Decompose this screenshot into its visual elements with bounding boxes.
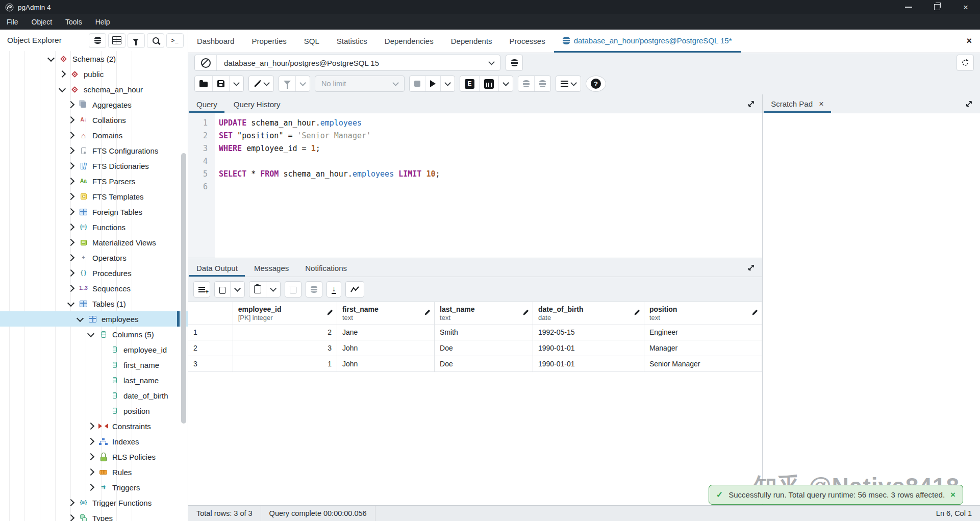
chevron-right-icon[interactable] [67, 285, 74, 292]
minimize-button[interactable] [894, 0, 923, 14]
tree-item-date-of-birth[interactable]: date_of_birth [0, 388, 188, 403]
tab-dependents[interactable]: Dependents [442, 30, 501, 53]
tree-item-fts-parsers[interactable]: AaFTS Parsers [0, 173, 188, 189]
close-window-button[interactable]: × [951, 0, 980, 14]
chevron-down-icon[interactable] [87, 330, 94, 337]
chevron-right-icon[interactable] [87, 468, 94, 476]
refresh-layout-button[interactable] [957, 55, 974, 71]
save-data-changes-button[interactable] [306, 282, 322, 297]
menu-file[interactable]: File [0, 14, 25, 30]
explain-analyze-button[interactable] [479, 76, 498, 91]
new-connection-button[interactable] [506, 55, 523, 71]
table-row[interactable]: 23JohnDoe1990-01-01Manager [188, 340, 762, 356]
chevron-right-icon[interactable] [67, 147, 74, 154]
tree-item-indexes[interactable]: Indexes [0, 434, 188, 449]
database-stack-icon[interactable] [89, 33, 106, 48]
chevron-right-icon[interactable] [87, 453, 94, 460]
delete-row-button[interactable] [285, 282, 301, 297]
chevron-right-icon[interactable] [67, 224, 74, 231]
column-header-date-of-birth[interactable]: date_of_birthdate [533, 302, 644, 325]
copy-options-chevron[interactable] [230, 282, 244, 297]
column-header-employee-id[interactable]: employee_id[PK] integer [233, 302, 337, 325]
terminal-icon[interactable]: >_ [166, 33, 184, 48]
tree-item-collations[interactable]: A↓Collations [0, 112, 188, 128]
table-row[interactable]: 12JaneSmith1992-05-15Engineer [188, 325, 762, 340]
tab-statistics[interactable]: Statistics [328, 30, 376, 53]
column-header-first-name[interactable]: first_nametext [337, 302, 434, 325]
open-file-button[interactable] [195, 76, 212, 91]
chevron-right-icon[interactable] [67, 208, 74, 215]
tab-data-output[interactable]: Data Output [189, 264, 245, 277]
paste-options-chevron[interactable] [266, 282, 280, 297]
tab-query-tool-database-an-hour-postgres-postgresql-15[interactable]: database_an_hour/postgres@PostgreSQL 15* [554, 30, 741, 53]
chevron-right-icon[interactable] [67, 116, 74, 123]
help-button[interactable]: ? [586, 76, 606, 91]
expand-editor-button[interactable] [740, 100, 762, 108]
graph-visualiser-button[interactable] [346, 282, 364, 297]
filter-options-chevron[interactable] [295, 76, 310, 91]
tree-item-tables-1[interactable]: Tables (1) [0, 296, 188, 311]
table-row[interactable]: 31JohnDoe1990-01-01Senior Manager [188, 356, 762, 372]
edit-column-icon[interactable] [751, 309, 758, 317]
tab-query-history[interactable]: Query History [227, 100, 288, 113]
chevron-right-icon[interactable] [87, 484, 94, 491]
explain-options-chevron[interactable] [498, 76, 513, 91]
chevron-right-icon[interactable] [67, 101, 74, 108]
chevron-right-icon[interactable] [87, 423, 94, 430]
paste-button[interactable] [249, 282, 266, 297]
sidebar-scrollbar[interactable] [181, 153, 186, 424]
tree-item-fts-templates[interactable]: FTS Templates [0, 189, 188, 204]
restore-button[interactable] [923, 0, 951, 14]
tree-item-fts-dictionaries[interactable]: FTS Dictionaries [0, 158, 188, 173]
macros-button[interactable] [556, 76, 581, 91]
expand-scratch-pad-button[interactable] [958, 100, 980, 108]
tree-item-constraints[interactable]: Constraints [0, 418, 188, 434]
column-header-last-name[interactable]: last_nametext [435, 302, 533, 325]
tab-properties[interactable]: Properties [243, 30, 295, 53]
tab-sql[interactable]: SQL [295, 30, 328, 53]
tab-messages[interactable]: Messages [247, 264, 296, 277]
tree-item-last-name[interactable]: last_name [0, 373, 188, 388]
connection-select[interactable]: database_an_hour/postgres@PostgreSQL 15 [194, 55, 500, 71]
tree-item-rls-policies[interactable]: RLS Policies [0, 449, 188, 464]
tree-item-operators[interactable]: +Operators [0, 250, 188, 265]
tab-query[interactable]: Query [189, 100, 224, 113]
column-header-position[interactable]: positiontext [644, 302, 762, 325]
chevron-down-icon[interactable] [67, 299, 74, 306]
tree-item-rules[interactable]: Rules [0, 464, 188, 480]
tree-item-sequences[interactable]: 1..3Sequences [0, 281, 188, 296]
tree-item-trigger-functions[interactable]: {≡}Trigger Functions [0, 495, 188, 510]
commit-button[interactable] [518, 76, 534, 91]
edit-column-icon[interactable] [326, 309, 333, 317]
chevron-down-icon[interactable] [59, 85, 66, 92]
download-results-button[interactable]: ↓ [327, 282, 341, 297]
chevron-right-icon[interactable] [67, 178, 74, 185]
save-options-chevron[interactable] [229, 76, 243, 91]
cancel-query-button[interactable] [410, 76, 425, 91]
chevron-right-icon[interactable] [67, 162, 74, 169]
menu-tools[interactable]: Tools [59, 14, 89, 30]
filter-table-icon[interactable] [128, 33, 145, 48]
tab-scratch-pad[interactable]: Scratch Pad × [764, 100, 831, 113]
tree-item-employees[interactable]: employees [0, 311, 188, 327]
explain-button[interactable]: E [460, 76, 479, 91]
tab-dependencies[interactable]: Dependencies [376, 30, 442, 53]
chevron-right-icon[interactable] [67, 193, 74, 200]
tree-item-aggregates[interactable]: Aggregates [0, 97, 188, 112]
expand-data-output-button[interactable] [740, 264, 762, 271]
tree-item-schema-an-hour[interactable]: schema_an_hour [0, 82, 188, 97]
tree-item-functions[interactable]: {≡}Functions [0, 219, 188, 235]
chevron-right-icon[interactable] [67, 269, 74, 277]
tree-item-first-name[interactable]: first_name [0, 357, 188, 373]
sql-editor[interactable]: 1UPDATE schema_an_hour.employees2SET "po… [188, 113, 762, 258]
tree-item-position[interactable]: position [0, 403, 188, 418]
rollback-button[interactable] [534, 76, 550, 91]
chevron-right-icon[interactable] [67, 239, 74, 246]
tree-item-employee-id[interactable]: employee_id [0, 342, 188, 357]
chevron-right-icon[interactable] [67, 132, 74, 139]
chevron-right-icon[interactable] [67, 514, 74, 521]
execute-options-chevron[interactable] [440, 76, 455, 91]
add-row-button[interactable] [194, 282, 210, 297]
tab-processes[interactable]: Processes [501, 30, 554, 53]
tab-dashboard[interactable]: Dashboard [188, 30, 243, 53]
